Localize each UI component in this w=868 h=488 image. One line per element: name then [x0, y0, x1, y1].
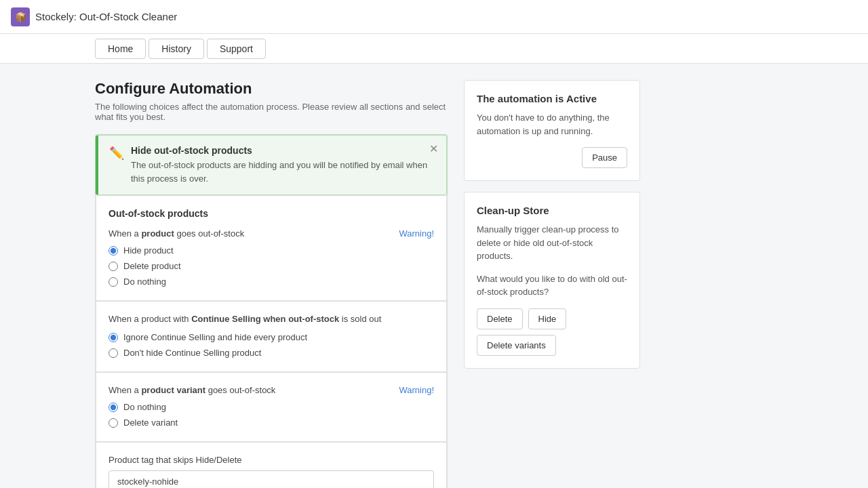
banner-icon: ✏️ [109, 146, 124, 161]
radio-ignore-label: Ignore Continue Selling and hide every p… [123, 332, 307, 342]
logo-icon: 📦 [11, 7, 30, 26]
banner-content: Hide out-of-stock products The out-of-st… [131, 145, 435, 185]
cleanup-title: Clean-up Store [477, 205, 627, 216]
pause-btn-container: Pause [477, 147, 627, 168]
radio-nothing-product[interactable]: Do nothing [108, 277, 434, 287]
cleanup-delete-button[interactable]: Delete [477, 308, 523, 329]
left-panel: Configure Automation The following choic… [95, 80, 448, 488]
radio-delete-variant[interactable]: Delete variant [108, 418, 434, 428]
radio-nothing-input[interactable] [108, 277, 118, 287]
cleanup-text: Manually trigger clean-up process to del… [477, 223, 627, 263]
automation-status-card: The automation is Active You don't have … [464, 80, 640, 181]
pause-button[interactable]: Pause [582, 147, 627, 168]
radio-ignore[interactable]: Ignore Continue Selling and hide every p… [108, 332, 434, 342]
out-of-stock-section: Out-of-stock products When a product goe… [96, 196, 447, 301]
tag-label: Product tag that skips Hide/Delete [108, 455, 434, 465]
variant-prefix: When a [108, 385, 141, 395]
cleanup-card: Clean-up Store Manually trigger clean-up… [464, 192, 640, 369]
radio-hide-product[interactable]: Hide product [108, 245, 434, 256]
right-panel: The automation is Active You don't have … [464, 80, 640, 369]
radio-dont-hide-input[interactable] [108, 348, 118, 358]
radio-delete-label: Delete product [123, 261, 181, 271]
nav-support[interactable]: Support [207, 39, 266, 59]
radio-variant-nothing[interactable]: Do nothing [108, 402, 434, 412]
app-logo: 📦 Stockely: Out-Of-Stock Cleaner [11, 7, 177, 26]
variant-bold: product variant [141, 385, 205, 395]
radio-dont-hide[interactable]: Don't hide Continue Selling product [108, 348, 434, 358]
radio-hide-input[interactable] [108, 246, 118, 256]
page-subtitle: The following choices affect the automat… [95, 102, 448, 122]
banner-text: The out-of-stock products are hidding an… [131, 159, 435, 185]
cs-bold: Continue Selling when out-of-stock [191, 314, 339, 324]
notification-banner: ✏️ Hide out-of-stock products The out-of… [96, 135, 447, 195]
automation-title: The automation is Active [477, 93, 627, 104]
product-row-label: When a product goes out-of-stock [108, 228, 244, 239]
radio-nothing-label: Do nothing [123, 277, 166, 287]
radio-ignore-input[interactable] [108, 333, 118, 342]
nav-bar: Home History Support [0, 34, 868, 64]
label-bold: product [141, 228, 174, 239]
radio-variant-nothing-input[interactable] [108, 403, 118, 412]
nav-history[interactable]: History [149, 39, 204, 59]
notification-wrapper: ✏️ Hide out-of-stock products The out-of… [95, 134, 448, 195]
radio-delete-variant-label: Delete variant [123, 418, 178, 428]
section-title-out-of-stock: Out-of-stock products [108, 208, 434, 219]
radio-delete-variant-input[interactable] [108, 418, 118, 428]
product-tag-section: Product tag that skips Hide/Delete [96, 443, 447, 488]
variant-warning-link[interactable]: Warning! [399, 385, 434, 395]
automation-text: You don't have to do anything, the autom… [477, 111, 627, 138]
cleanup-delete-variants-button[interactable]: Delete variants [477, 335, 556, 356]
variant-row-header: When a product variant goes out-of-stock… [108, 385, 434, 395]
page-title: Configure Automation [95, 80, 448, 98]
continue-selling-section: When a product with Continue Selling whe… [96, 302, 447, 372]
nav-home[interactable]: Home [95, 39, 146, 59]
app-title: Stockely: Out-Of-Stock Cleaner [35, 11, 177, 22]
product-radio-group: Hide product Delete product Do nothing [108, 245, 434, 287]
cs-suffix: is sold out [339, 314, 381, 324]
radio-delete-product[interactable]: Delete product [108, 261, 434, 271]
cleanup-btn-group: Delete Hide Delete variants [477, 308, 627, 356]
variant-suffix: goes out-of-stock [205, 385, 275, 395]
continue-selling-label: When a product with Continue Selling whe… [108, 314, 434, 324]
logo-emoji: 📦 [15, 12, 26, 22]
sections-wrapper: Out-of-stock products When a product goe… [95, 195, 448, 488]
variant-radio-group: Do nothing Delete variant [108, 402, 434, 428]
product-row-header: When a product goes out-of-stock Warning… [108, 228, 434, 239]
variant-row-label: When a product variant goes out-of-stock [108, 385, 275, 395]
top-bar: 📦 Stockely: Out-Of-Stock Cleaner [0, 0, 868, 34]
tag-input[interactable] [108, 470, 434, 488]
cleanup-question: What would you like to do with old out-o… [477, 272, 627, 299]
product-warning-link[interactable]: Warning! [399, 228, 434, 239]
radio-delete-input[interactable] [108, 262, 118, 271]
banner-title: Hide out-of-stock products [131, 145, 435, 156]
continue-selling-radio-group: Ignore Continue Selling and hide every p… [108, 332, 434, 358]
label-prefix: When a [108, 228, 141, 239]
cs-prefix: When a product with [108, 314, 191, 324]
radio-variant-nothing-label: Do nothing [123, 402, 166, 412]
product-variant-section: When a product variant goes out-of-stock… [96, 373, 447, 442]
close-banner-button[interactable]: ✕ [429, 144, 438, 155]
label-suffix: goes out-of-stock [174, 228, 244, 239]
radio-hide-label: Hide product [123, 245, 174, 256]
radio-dont-hide-label: Don't hide Continue Selling product [123, 348, 261, 358]
cleanup-hide-button[interactable]: Hide [528, 308, 567, 329]
main-content: Configure Automation The following choic… [0, 64, 868, 488]
